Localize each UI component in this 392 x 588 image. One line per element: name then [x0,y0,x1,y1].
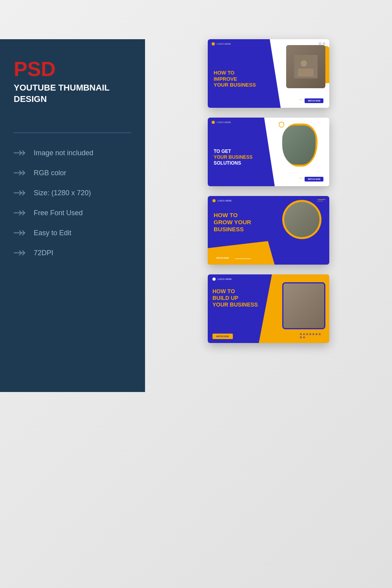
thumb2-logo-row: LOGO HERE [212,121,231,124]
thumb2-container: LOGO HERE TO GET YOUR BUSINESS SOLUTIONS [208,118,329,186]
feature-text-size: Size: (1280 x 720) [34,189,91,197]
psd-label: PSD [14,59,131,79]
thumb3-logo-text: LOGO HERE [218,200,232,202]
thumb3-logo-row: LOGO HERE [212,199,232,202]
thumb4-logo-text: LOGO HERE [218,278,232,280]
thumb2-shield-icon [279,122,284,129]
thumb4-container: LOGO HERE HOW TO BUILD UP YOUR BUSINESS … [208,274,329,343]
svg-point-1 [301,60,307,67]
arrow-icon-3 [14,189,28,197]
thumb2-blue-shape: TO GET YOUR BUSINESS SOLUTIONS [208,118,278,186]
right-panel: LOGO HERE HOW TO IMPROVE YOUR BUSINESS [145,35,392,557]
thumb4-dots [300,333,323,338]
arrow-icon-4 [14,209,28,217]
feature-rgb-color: RGB color [14,169,131,177]
thumb2-title: TO GET YOUR BUSINESS SOLUTIONS [214,149,272,166]
feature-text-rgb: RGB color [34,169,66,177]
thumb1-icons [319,42,325,45]
thumb3-title: HOW TO GROW YOUR BUSINESS [214,212,251,233]
thumb4-watch-btn: WATCH NOW [212,334,233,339]
feature-free-font: Free Font Used [14,209,131,217]
thumb1-title: HOW TO IMPROVE YOUR BUSINESS [214,70,273,88]
feature-text-dpi: 72DPI [34,249,53,257]
thumb2-logo-dot [212,121,215,124]
thumb3-image [284,202,319,237]
thumb1-logo-row: LOGO HERE [212,42,231,45]
thumb1-blue-shape: HOW TO IMPROVE YOUR BUSINESS [208,39,281,108]
arrow-icon-6 [14,249,28,257]
feature-easy-edit: Easy to Edit [14,229,131,237]
feature-size: Size: (1280 x 720) [14,189,131,197]
thumb4-logo-dot [212,278,216,281]
thumb3-line [235,258,251,259]
left-panel-top: PSD YOUTUBE THUMBNAIL DESIGN [14,59,131,105]
thumbnail-2: LOGO HERE TO GET YOUR BUSINESS SOLUTIONS [208,118,329,186]
thumb3-logo-dot [212,199,216,202]
thumb2-logo-text: LOGO HERE [217,121,231,123]
thumb1-logo-text: LOGO HERE [217,43,231,45]
thumb2-image [282,125,316,165]
page-wrapper: PSD YOUTUBE THUMBNAIL DESIGN Image not i… [0,0,392,588]
thumb1-watch-btn: WATCH NOW [305,98,323,103]
feature-text-image: Image not included [34,149,93,157]
feature-dpi: 72DPI [14,249,131,257]
thumb3-container: LOGO HERE HOW TO GROW YOUR BUSINESS WATC… [208,196,329,265]
thumb1-image [286,45,325,88]
thumb1-arrow: → [298,97,303,102]
thumb3-deco-lines [318,199,325,201]
thumb1-logo-dot [212,42,215,45]
arrow-icon-2 [14,169,28,177]
divider-line [14,132,131,133]
thumb2-arrow: → [298,175,303,181]
feature-text-edit: Easy to Edit [34,229,71,237]
svg-rect-2 [298,69,314,76]
icon-sq-1 [319,42,321,45]
feature-image-not-included: Image not included [14,149,131,157]
thumb3-watch-btn: WATCH NOW [212,255,233,261]
features-list: Image not included RGB color [14,149,131,257]
thumbnail-1: LOGO HERE HOW TO IMPROVE YOUR BUSINESS [208,39,329,108]
thumb4-blue-shape [208,274,281,343]
feature-text-font: Free Font Used [34,209,83,217]
thumb1-container: LOGO HERE HOW TO IMPROVE YOUR BUSINESS [208,39,329,108]
arrow-icon-5 [14,229,28,237]
arrow-icon [14,149,28,157]
thumb4-title: HOW TO BUILD UP YOUR BUSINESS [212,288,258,308]
thumb4-logo-row: LOGO HERE [212,278,232,281]
icon-sq-2 [323,42,325,45]
thumb2-watch-btn: WATCH NOW [305,177,323,181]
thumb3-yellow-bottom [208,241,275,265]
thumbnail-3: LOGO HERE HOW TO GROW YOUR BUSINESS WATC… [208,196,329,265]
thumbnail-4: LOGO HERE HOW TO BUILD UP YOUR BUSINESS … [208,274,329,343]
thumb4-image [282,282,325,329]
left-panel: PSD YOUTUBE THUMBNAIL DESIGN Image not i… [0,39,145,392]
product-title: YOUTUBE THUMBNAIL DESIGN [14,82,131,105]
